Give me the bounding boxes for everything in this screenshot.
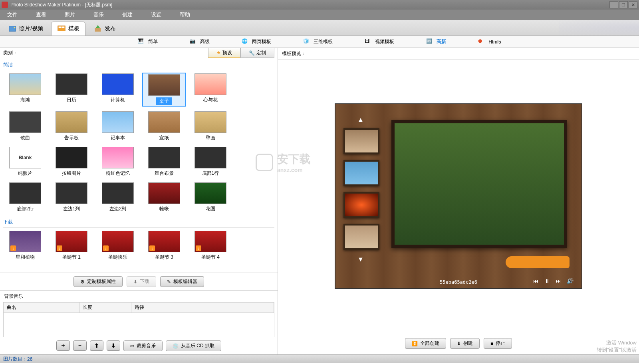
col-name[interactable]: 曲名 [4, 303, 79, 313]
preview-thumb-4[interactable] [343, 224, 379, 250]
move-down-button[interactable]: ⬇ [107, 340, 120, 351]
custom-props-button[interactable]: ⚙定制模板属性 [73, 276, 123, 287]
template-item[interactable]: 花圈 [189, 182, 232, 213]
create-all-button[interactable]: ⏬全部创建 [405, 338, 446, 349]
label: 从音乐 CD 抓取 [181, 342, 214, 349]
subtab-video[interactable]: 🎞视频模板 [361, 37, 398, 47]
template-caption: 圣诞节 4 [201, 254, 220, 261]
templates-grid[interactable]: 简洁海滩日历计算机桌子心与花歌曲告示板记事本宣纸壁画Blank纯照片按钮图片粉红… [0, 58, 278, 273]
create-button[interactable]: ⬇创建 [450, 338, 480, 349]
menu-photo[interactable]: 照片 [62, 10, 78, 19]
template-editor-button[interactable]: ✎模板编辑器 [160, 276, 204, 287]
double-down-icon: ⏬ [412, 341, 418, 346]
create-buttons: ⏬全部创建 ⬇创建 ■停止 [278, 332, 639, 354]
label: 模板编辑器 [173, 278, 197, 285]
label: 停止 [496, 340, 505, 347]
music-table-body[interactable] [4, 313, 274, 337]
col-length[interactable]: 长度 [79, 303, 131, 313]
add-music-button[interactable]: ＋ [56, 340, 70, 351]
template-thumb [194, 111, 226, 133]
subtab-web[interactable]: 🌐网页模板 [238, 37, 275, 47]
globe-icon: 🌐 [242, 38, 249, 46]
template-item[interactable]: 心与花 [189, 73, 232, 107]
template-item[interactable]: 底部2行 [3, 182, 47, 213]
download-button[interactable]: ⬇下载 [127, 276, 156, 287]
main-tab-bar: 照片/视频 模板 发布 [0, 20, 639, 36]
custom-tab[interactable]: 🔧定制 [240, 48, 274, 58]
template-item[interactable]: 告示板 [50, 111, 93, 142]
menu-help[interactable]: 帮助 [177, 10, 193, 19]
menubar: 文件 查看 照片 音乐 创建 设置 帮助 [0, 10, 639, 20]
subtab-3d[interactable]: 🧊三维模板 [299, 37, 337, 47]
group-header: 下载 [3, 217, 274, 228]
template-item[interactable]: 歌曲 [3, 111, 47, 142]
template-caption: 歌曲 [20, 135, 30, 141]
film-icon: 🎞 [365, 38, 372, 46]
move-up-button[interactable]: ⬆ [90, 340, 103, 351]
template-thumb [56, 73, 87, 95]
template-item[interactable]: 底部1行 [189, 146, 232, 178]
rip-cd-button[interactable]: 💿从音乐 CD 抓取 [166, 340, 221, 351]
template-item[interactable]: ↓圣诞节 4 [189, 230, 232, 261]
preview-thumb-1[interactable] [343, 128, 379, 154]
template-item[interactable]: 壁画 [189, 111, 232, 142]
menu-create[interactable]: 创建 [119, 10, 136, 19]
volume-button[interactable]: 🔊 [567, 278, 574, 284]
left-panel: 类别： ★预设 🔧定制 简洁海滩日历计算机桌子心与花歌曲告示板记事本宣纸壁画Bl… [0, 48, 278, 354]
template-item[interactable]: Blank纯照片 [3, 146, 47, 178]
thumb-down-button[interactable]: ▼ [357, 256, 364, 263]
subtab-advanced[interactable]: 📷高级 [186, 37, 214, 47]
preview-thumb-2[interactable] [343, 160, 379, 186]
template-item[interactable]: ↓星和植物 [3, 230, 47, 261]
template-item[interactable]: 计算机 [96, 73, 140, 107]
tab-template[interactable]: 模板 [51, 22, 85, 36]
menu-settings[interactable]: 设置 [148, 10, 165, 19]
template-item[interactable]: 宣纸 [142, 111, 186, 142]
star-icon: ★ [216, 50, 221, 55]
bg-music-label: 背景音乐 [0, 291, 278, 302]
template-item[interactable]: 日历 [50, 73, 93, 107]
template-item[interactable]: ↓圣诞节 3 [142, 230, 186, 261]
template-caption: 花圈 [206, 206, 215, 212]
label: 预设 [222, 49, 232, 56]
svg-rect-5 [95, 28, 101, 32]
template-item[interactable]: 帷帐 [142, 182, 186, 213]
template-item[interactable]: 左边1列 [50, 182, 93, 213]
template-item[interactable]: 桌子 [142, 73, 186, 107]
template-thumb: ↓ [9, 231, 41, 252]
preview-id: 55eba65adc2e6 [440, 279, 477, 285]
close-button[interactable]: ✕ [629, 1, 637, 8]
maximize-button[interactable]: ☐ [619, 1, 628, 8]
col-path[interactable]: 路径 [131, 303, 274, 313]
template-item[interactable]: 按钮图片 [50, 146, 93, 178]
thumb-up-button[interactable]: ▲ [357, 116, 364, 123]
menu-view[interactable]: 查看 [33, 10, 50, 19]
minimize-button[interactable]: ─ [609, 1, 618, 8]
template-item[interactable]: 海滩 [3, 73, 47, 107]
template-item[interactable]: ↓圣诞快乐 [96, 230, 140, 261]
subtab-html5[interactable]: ⬢Html5 [474, 37, 505, 47]
template-item[interactable]: ↓圣诞节 1 [50, 230, 93, 261]
template-item[interactable]: 舞台布景 [142, 146, 186, 178]
tab-publish[interactable]: 发布 [88, 22, 121, 36]
main-photo [391, 120, 567, 248]
tab-photo-video[interactable]: 照片/视频 [2, 22, 49, 36]
trim-music-button[interactable]: ✂裁剪音乐 [123, 340, 163, 351]
preview-frame[interactable]: ▲ ▼ ⏮ ⏸ ⏭ 🔊 55eba65adc2e6 [335, 103, 582, 289]
stop-button[interactable]: ■停止 [484, 338, 512, 349]
next-button[interactable]: ⏭ [556, 278, 561, 284]
template-item[interactable]: 左边2列 [96, 182, 140, 213]
preset-tab[interactable]: ★预设 [208, 48, 240, 58]
prev-button[interactable]: ⏮ [533, 278, 539, 284]
menu-music[interactable]: 音乐 [90, 10, 107, 19]
template-item[interactable]: 记事本 [96, 111, 140, 142]
remove-music-button[interactable]: － [73, 340, 87, 351]
menu-file[interactable]: 文件 [4, 10, 21, 19]
pause-button[interactable]: ⏸ [544, 278, 550, 284]
svg-rect-3 [59, 27, 61, 28]
subtab-simple[interactable]: 🎹简单 [134, 37, 162, 47]
template-item[interactable]: 粉红色记忆 [96, 146, 140, 178]
preview-thumb-3[interactable] [343, 192, 379, 218]
subtab-new[interactable]: 🆕高新 [422, 37, 450, 47]
status-label: 图片数目： [3, 356, 27, 362]
